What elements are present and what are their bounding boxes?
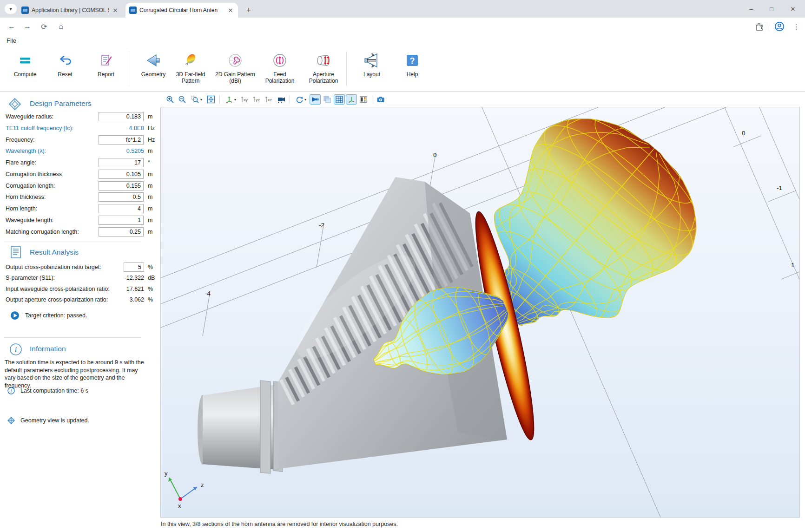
toolbar-separator xyxy=(219,95,220,104)
svg-text:z: z xyxy=(201,481,204,488)
param-input[interactable] xyxy=(99,204,144,213)
forward-icon[interactable]: → xyxy=(21,20,33,33)
view-xz-icon[interactable]: xz xyxy=(264,94,275,105)
param-row: Output cross-polarization ratio target:% xyxy=(0,262,157,273)
show-axes-icon[interactable] xyxy=(346,94,357,105)
target-criterion-status: Target criterion: passed. xyxy=(10,311,164,320)
zoom-out-icon[interactable] xyxy=(177,94,188,105)
param-label: Output cross-polarization ratio target: xyxy=(6,264,101,270)
ribbon-separator xyxy=(129,52,129,86)
design-parameters-title: Design Parameters xyxy=(30,99,92,108)
param-unit: m xyxy=(148,113,152,120)
kebab-menu-icon[interactable]: ⋮ xyxy=(790,20,802,33)
param-label: Output aperture cross-polarization ratio… xyxy=(6,296,108,303)
param-label: Flare angle: xyxy=(6,159,36,166)
tab-close-icon[interactable]: ✕ xyxy=(227,7,234,14)
axis-tick-label: 1 xyxy=(791,262,795,269)
report-icon xyxy=(99,51,113,70)
graphics-canvas[interactable]: 0-2-40-11 y z x xyxy=(160,107,800,518)
browser-tab-active[interactable]: Corrugated Circular Horn Anten ✕ xyxy=(125,3,238,18)
axis-tick-label: -1 xyxy=(777,184,782,191)
zoom-in-icon[interactable] xyxy=(165,94,176,105)
report-label: Report xyxy=(98,71,114,78)
window-maximize-button[interactable]: □ xyxy=(762,0,781,18)
reload-icon[interactable]: ⟳ xyxy=(38,20,50,33)
information-title: Information xyxy=(30,345,66,353)
section-divider xyxy=(4,242,141,242)
compute-icon xyxy=(18,51,32,70)
scene-light-icon[interactable] xyxy=(310,94,321,105)
profile-icon[interactable] xyxy=(773,20,785,33)
app-menubar: File xyxy=(0,35,805,47)
param-row: Waveguide length:m xyxy=(0,215,157,227)
param-unit: Hz xyxy=(148,137,155,143)
report-button[interactable]: Report xyxy=(85,51,127,89)
param-label: Waveguide length: xyxy=(6,217,53,223)
zoom-extents-icon[interactable] xyxy=(205,94,217,105)
home-icon[interactable]: ⌂ xyxy=(55,20,67,33)
snapshot-camera-icon[interactable] xyxy=(375,94,386,105)
feed-polarization-button[interactable]: Feed Polarization xyxy=(258,51,301,89)
geometry-button[interactable]: Geometry xyxy=(132,51,175,89)
transparency-icon[interactable] xyxy=(322,94,333,105)
param-label: Horn thickness: xyxy=(6,194,46,200)
compute-button[interactable]: Compute xyxy=(4,51,46,89)
feed-polarization-label: Feed Polarization xyxy=(261,71,298,84)
gain-pattern-button[interactable]: 2D Gain Pattern (dBi) xyxy=(214,51,257,89)
section-divider xyxy=(4,337,141,338)
play-circle-icon[interactable] xyxy=(10,311,20,320)
coordinate-triad: y z x xyxy=(165,470,204,509)
svg-text:i: i xyxy=(11,388,12,394)
design-parameters-icon xyxy=(8,98,21,112)
param-value: 4.8E8 xyxy=(129,125,144,131)
new-tab-button[interactable]: + xyxy=(243,4,255,16)
param-row: Horn thickness:m xyxy=(0,192,157,204)
window-minimize-button[interactable]: – xyxy=(742,0,760,18)
go-to-view-icon[interactable]: ▾ xyxy=(223,94,238,105)
far-field-pattern-button[interactable]: 3D Far-field Pattern xyxy=(169,51,212,89)
svg-text:i: i xyxy=(15,346,17,354)
tab-search-button[interactable]: ▾ xyxy=(5,4,17,14)
result-analysis-icon xyxy=(10,246,22,260)
color-legend-icon[interactable] xyxy=(358,94,369,105)
param-input[interactable] xyxy=(124,263,144,272)
result-analysis-title: Result Analysis xyxy=(30,248,79,256)
param-label: S-parameter (S11): xyxy=(6,275,55,281)
param-input[interactable] xyxy=(99,112,144,121)
param-unit: m xyxy=(148,205,152,212)
aperture-polarization-button[interactable]: Aperture Polarization xyxy=(302,51,345,89)
information-header: i Information xyxy=(0,343,153,357)
show-grid-icon[interactable] xyxy=(334,94,345,105)
param-unit: m xyxy=(148,194,152,200)
design-parameters-rows: Waveguide radius:mTE11 cutoff frequency … xyxy=(0,112,157,238)
param-input[interactable] xyxy=(99,158,144,167)
help-button[interactable]: ? Help xyxy=(391,51,434,89)
view-yz-icon[interactable]: yz xyxy=(251,94,263,105)
svg-text:?: ? xyxy=(410,56,415,66)
param-input[interactable] xyxy=(99,216,144,225)
layout-label: Layout xyxy=(363,71,380,78)
back-icon[interactable]: ← xyxy=(6,20,18,33)
param-row: Output aperture cross-polarization ratio… xyxy=(0,295,157,305)
view-xy-icon[interactable]: xy xyxy=(239,94,251,105)
browser-tab-inactive[interactable]: Application Library | COMSOL S ✕ xyxy=(18,3,123,17)
file-menu[interactable]: File xyxy=(7,37,16,44)
window-close-button[interactable]: ✕ xyxy=(784,0,802,18)
param-input[interactable] xyxy=(99,192,144,202)
extensions-icon[interactable] xyxy=(753,20,765,33)
param-unit: m xyxy=(148,171,152,177)
param-input[interactable] xyxy=(99,135,144,144)
param-input[interactable] xyxy=(99,170,144,179)
svg-text:x: x xyxy=(178,502,181,509)
zoom-box-icon[interactable]: ▾ xyxy=(189,94,205,105)
tab-close-icon[interactable]: ✕ xyxy=(112,7,119,14)
browser-tab-strip: ▾ Application Library | COMSOL S ✕ Corru… xyxy=(0,0,805,18)
layout-button[interactable]: Layout xyxy=(350,51,393,89)
geometry-diamond-icon xyxy=(7,417,15,424)
param-input[interactable] xyxy=(99,181,144,190)
rotate-icon[interactable]: ▾ xyxy=(293,94,309,105)
default-view-icon[interactable] xyxy=(276,94,287,105)
reset-button[interactable]: Reset xyxy=(44,51,86,89)
param-input[interactable] xyxy=(99,227,144,236)
param-value: 0.5205 xyxy=(126,148,144,154)
